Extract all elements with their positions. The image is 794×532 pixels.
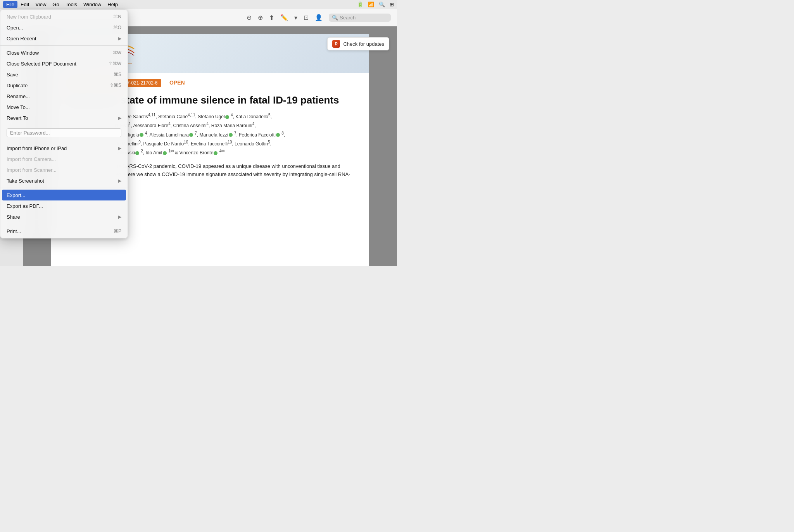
menu-file[interactable]: File — [3, 1, 17, 8]
menu-item-export-pdf[interactable]: Export as PDF... — [0, 200, 128, 211]
import-camera-label: Import from Camera... — [7, 156, 121, 162]
person-icon[interactable]: 👤 — [315, 14, 323, 21]
revert-to-label: Revert To — [7, 115, 118, 121]
menu-window[interactable]: Window — [80, 1, 104, 8]
control-icon[interactable]: ⊞ — [390, 2, 394, 7]
menu-item-rename[interactable]: Rename... — [0, 91, 128, 102]
export-pdf-label: Export as PDF... — [7, 203, 121, 209]
menu-item-open[interactable]: Open... ⌘O — [0, 22, 128, 33]
share-arrow: ▶ — [118, 214, 121, 219]
print-label: Print... — [7, 228, 114, 234]
menu-tools[interactable]: Tools — [62, 1, 80, 8]
menu-item-close-pdf[interactable]: Close Selected PDF Document ⇧⌘W — [0, 58, 128, 69]
export-label: Export... — [7, 192, 121, 198]
search-placeholder: Search — [340, 15, 356, 21]
menu-item-duplicate[interactable]: Duplicate ⇧⌘S — [0, 80, 128, 91]
new-clipboard-shortcut: ⌘N — [113, 14, 121, 19]
menu-item-import-iphone[interactable]: Import from iPhone or iPad ▶ — [0, 143, 128, 154]
search-icon[interactable]: 🔍 — [379, 2, 385, 7]
password-field-container — [0, 127, 128, 139]
open-badge: OPEN — [169, 79, 185, 86]
separator-3 — [0, 141, 128, 141]
wifi-icon: 📶 — [368, 2, 374, 7]
menu-item-import-camera[interactable]: Import from Camera... — [0, 154, 128, 164]
separator-4 — [0, 188, 128, 188]
menu-help[interactable]: Help — [104, 1, 121, 8]
search-bar-icon: 🔍 — [332, 15, 338, 21]
menu-item-export[interactable]: Export... — [2, 190, 126, 200]
import-iphone-label: Import from iPhone or iPad — [7, 145, 118, 151]
take-screenshot-label: Take Screenshot — [7, 178, 118, 184]
readdle-icon-text: R — [335, 42, 338, 46]
page-view-icon[interactable]: ⊡ — [304, 14, 309, 21]
menu-view[interactable]: View — [32, 1, 49, 8]
password-input[interactable] — [7, 128, 121, 137]
close-window-label: Close Window — [7, 50, 112, 56]
toolbar-icons: ⊖ ⊕ ⬆ ✏️ ▾ ⊡ 👤 🔍 Search — [247, 14, 391, 22]
menu-item-share[interactable]: Share ▶ — [0, 211, 128, 222]
menu-edit[interactable]: Edit — [17, 1, 32, 8]
menu-item-revert-to[interactable]: Revert To ▶ — [0, 112, 128, 123]
print-shortcut: ⌘P — [114, 228, 121, 234]
annotate-arrow-icon[interactable]: ▾ — [294, 14, 297, 21]
rename-label: Rename... — [7, 93, 121, 99]
menubar-right: 🔋 📶 🔍 ⊞ — [357, 2, 394, 7]
check-updates-label: Check for updates — [343, 41, 384, 47]
save-label: Save — [7, 72, 114, 78]
duplicate-label: Duplicate — [7, 83, 110, 88]
share-icon[interactable]: ⬆ — [269, 14, 274, 21]
search-bar[interactable]: 🔍 Search — [329, 14, 391, 22]
close-pdf-shortcut: ⇧⌘W — [109, 61, 121, 66]
import-scanner-label: Import from Scanner... — [7, 167, 121, 173]
readdle-icon: R — [332, 40, 340, 48]
zoom-in-icon[interactable]: ⊕ — [258, 14, 263, 21]
zoom-out-icon[interactable]: ⊖ — [247, 14, 252, 21]
open-recent-label: Open Recent — [7, 36, 118, 41]
revert-to-arrow: ▶ — [118, 116, 121, 121]
file-dropdown-menu: New from Clipboard ⌘N Open... ⌘O Open Re… — [0, 9, 128, 238]
open-recent-arrow: ▶ — [118, 36, 121, 41]
open-label: Open... — [7, 25, 113, 31]
share-label: Share — [7, 214, 118, 220]
battery-icon: 🔋 — [357, 2, 363, 7]
menu-item-print[interactable]: Print... ⌘P — [0, 226, 128, 237]
menu-item-save[interactable]: Save ⌘S — [0, 69, 128, 80]
menubar: File Edit View Go Tools Window Help 🔋 📶 … — [0, 0, 397, 9]
take-screenshot-arrow: ▶ — [118, 178, 121, 183]
move-to-label: Move To... — [7, 104, 121, 110]
new-clipboard-label: New from Clipboard — [7, 14, 113, 20]
menu-item-import-scanner[interactable]: Import from Scanner... — [0, 164, 128, 175]
close-pdf-label: Close Selected PDF Document — [7, 61, 109, 67]
menu-item-move-to[interactable]: Move To... — [0, 102, 128, 112]
separator-2 — [0, 125, 128, 125]
menu-item-new-clipboard[interactable]: New from Clipboard ⌘N — [0, 11, 128, 22]
separator-5 — [0, 224, 128, 224]
menu-item-take-screenshot[interactable]: Take Screenshot ▶ — [0, 175, 128, 186]
check-for-updates-badge[interactable]: R Check for updates — [327, 37, 389, 50]
close-window-shortcut: ⌘W — [112, 50, 121, 55]
import-iphone-arrow: ▶ — [118, 146, 121, 151]
separator-1 — [0, 45, 128, 46]
open-shortcut: ⌘O — [113, 25, 121, 30]
annotate-icon[interactable]: ✏️ — [280, 14, 288, 21]
menu-go[interactable]: Go — [49, 1, 62, 8]
save-shortcut: ⌘S — [114, 72, 121, 77]
menu-item-open-recent[interactable]: Open Recent ▶ — [0, 33, 128, 44]
menu-item-close-window[interactable]: Close Window ⌘W — [0, 47, 128, 58]
duplicate-shortcut: ⇧⌘S — [110, 83, 121, 88]
